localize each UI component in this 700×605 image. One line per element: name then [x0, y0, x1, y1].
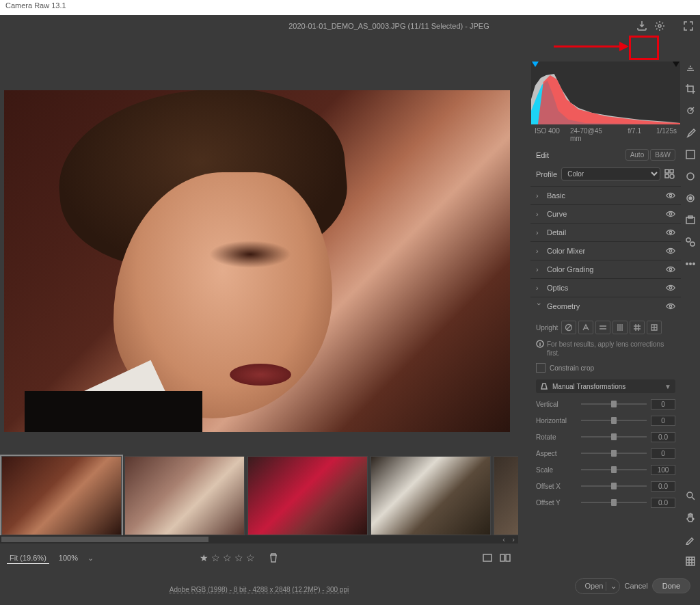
slider-track[interactable]	[581, 453, 647, 454]
preview-image[interactable]	[4, 90, 510, 432]
star-icon[interactable]: ★	[200, 552, 208, 563]
slider-track[interactable]	[581, 436, 647, 438]
constrain-crop-checkbox[interactable]: Constrain crop	[536, 360, 675, 375]
highlight-clip-icon[interactable]	[673, 62, 679, 67]
slider-label: Scale	[536, 466, 577, 474]
eye-icon[interactable]	[666, 209, 675, 219]
slider-value[interactable]: 0	[651, 399, 675, 409]
slider-value[interactable]: 0	[651, 448, 675, 459]
annotation-highlight-box	[629, 36, 659, 60]
slider-track[interactable]	[581, 403, 647, 405]
filmstrip-thumb[interactable]	[371, 456, 491, 535]
image-info-link[interactable]: Adobe RGB (1998) - 8 bit - 4288 x 2848 (…	[170, 586, 349, 593]
slider-value[interactable]: 0.0	[651, 432, 675, 442]
slider-value[interactable]: 0.0	[651, 481, 675, 492]
redeye-tool-icon[interactable]	[684, 191, 697, 205]
star-icon[interactable]: ☆	[234, 552, 243, 563]
radial-tool-icon[interactable]	[684, 170, 697, 183]
zoom-100[interactable]: 100%	[56, 552, 81, 563]
bw-button[interactable]: B&W	[650, 149, 675, 161]
star-icon[interactable]: ☆	[246, 552, 255, 563]
snapshot-tool-icon[interactable]	[684, 213, 697, 227]
zoom-fit[interactable]: Fit (19.6%)	[7, 552, 49, 564]
section-detail[interactable]: ›Detail	[530, 223, 681, 241]
sampler-tool-icon[interactable]	[684, 533, 697, 546]
filmstrip-thumb[interactable]	[247, 456, 368, 535]
zoom-dropdown-icon[interactable]: ⌄	[88, 554, 94, 563]
slider-thumb[interactable]	[611, 483, 617, 489]
crop-tool-icon[interactable]	[684, 82, 697, 96]
eye-icon[interactable]	[666, 191, 675, 200]
more-tools-icon[interactable]	[684, 257, 697, 271]
histogram[interactable]	[531, 62, 680, 124]
upright-auto-icon[interactable]	[578, 321, 593, 334]
filmstrip-thumb[interactable]	[1, 456, 122, 535]
prev-icon[interactable]: ‹	[499, 535, 509, 543]
section-geometry[interactable]: ›Geometry	[530, 297, 681, 315]
section-basic[interactable]: ›Basic	[530, 186, 681, 204]
eye-icon[interactable]	[666, 228, 675, 237]
profile-browser-icon[interactable]	[664, 169, 675, 180]
slider-value[interactable]: 0.0	[651, 498, 675, 508]
svg-point-22	[669, 231, 672, 234]
slider-track[interactable]	[581, 502, 647, 503]
edit-label: Edit	[536, 151, 549, 159]
star-icon[interactable]: ☆	[223, 552, 232, 563]
done-button[interactable]: Done	[652, 578, 690, 593]
slider-value[interactable]: 0	[651, 416, 675, 426]
file-info: 2020-01-01_DEMO_AS_0003.JPG (11/11 Selec…	[142, 22, 636, 30]
filmstrip-thumb[interactable]	[124, 456, 245, 535]
filmstrip-thumb[interactable]	[494, 456, 518, 535]
section-color-mixer[interactable]: ›Color Mixer	[530, 241, 681, 260]
brush-tool-icon[interactable]	[684, 126, 697, 139]
gradient-tool-icon[interactable]	[684, 148, 697, 161]
slider-thumb[interactable]	[611, 499, 617, 506]
settings-icon[interactable]	[654, 20, 666, 32]
hand-tool-icon[interactable]	[684, 511, 697, 524]
eye-icon[interactable]	[666, 283, 675, 293]
upright-guided-icon[interactable]	[647, 321, 662, 334]
healing-tool-icon[interactable]	[684, 104, 697, 118]
auto-button[interactable]: Auto	[625, 149, 649, 161]
rating-control[interactable]: ★ ☆ ☆ ☆ ☆	[200, 552, 280, 564]
section-optics[interactable]: ›Optics	[530, 278, 681, 297]
zoom-tool-icon[interactable]	[684, 489, 697, 502]
slider-thumb[interactable]	[611, 401, 617, 407]
slider-value[interactable]: 100	[651, 465, 675, 475]
eye-icon[interactable]	[666, 246, 675, 256]
slider-track[interactable]	[581, 485, 647, 487]
filmstrip-scrollbar[interactable]: ‹›	[0, 535, 518, 543]
single-view-icon[interactable]	[481, 552, 494, 564]
profile-select[interactable]: Color	[561, 167, 660, 180]
slider-thumb[interactable]	[611, 450, 617, 457]
trash-icon[interactable]	[267, 552, 280, 564]
slider-thumb[interactable]	[611, 417, 617, 424]
upright-full-icon[interactable]	[630, 321, 645, 334]
grid-tool-icon[interactable]	[684, 554, 697, 568]
edit-tool-icon[interactable]	[684, 60, 697, 74]
open-button[interactable]: Open⌄	[575, 578, 621, 594]
manual-transformations-header[interactable]: Manual Transformations ▼	[536, 379, 675, 393]
transform-icon	[540, 382, 548, 390]
compare-view-icon[interactable]	[499, 552, 511, 564]
slider-row: Offset X0.0	[536, 478, 675, 494]
eye-icon[interactable]	[666, 301, 675, 311]
slider-thumb[interactable]	[611, 466, 617, 473]
upright-off-icon[interactable]	[561, 321, 576, 334]
save-image-icon[interactable]	[636, 20, 648, 32]
upright-level-icon[interactable]	[595, 321, 610, 334]
preset-tool-icon[interactable]	[684, 235, 697, 249]
upright-vertical-icon[interactable]	[612, 321, 628, 334]
fullscreen-icon[interactable]	[682, 20, 695, 32]
shadow-clip-icon[interactable]	[532, 62, 539, 67]
cancel-button[interactable]: Cancel	[624, 582, 647, 590]
slider-track[interactable]	[581, 420, 647, 421]
eye-icon[interactable]	[666, 265, 675, 274]
slider-track[interactable]	[581, 469, 647, 470]
slider-thumb[interactable]	[611, 433, 617, 440]
section-color-grading[interactable]: ›Color Grading	[530, 260, 681, 278]
star-icon[interactable]: ☆	[211, 552, 220, 563]
next-icon[interactable]: ›	[509, 535, 518, 543]
svg-point-21	[669, 213, 672, 215]
section-curve[interactable]: ›Curve	[530, 204, 681, 223]
